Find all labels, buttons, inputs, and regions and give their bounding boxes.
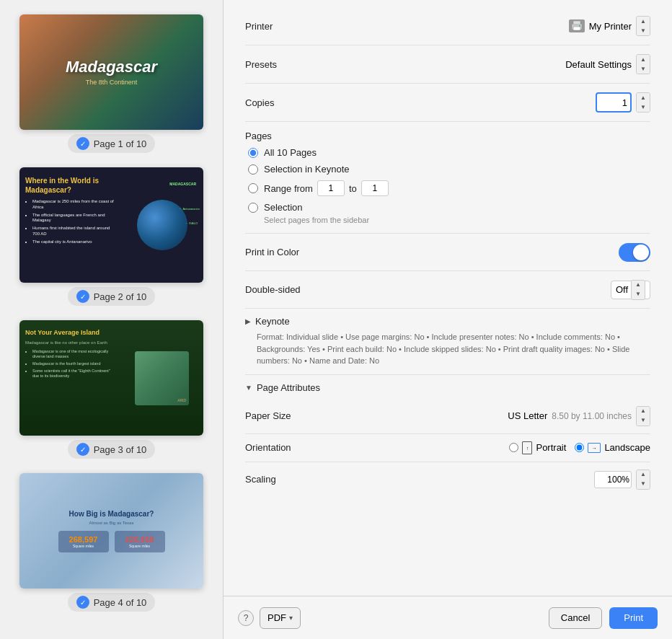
scaling-stepper-down[interactable]: ▼: [637, 480, 650, 489]
copies-label: Copies: [245, 97, 303, 108]
slide-panel: Madagascar The 8th Continent ✓ Page 1 of…: [0, 0, 224, 639]
printer-stepper-down[interactable]: ▼: [637, 26, 650, 35]
presets-stepper-down[interactable]: ▼: [637, 64, 650, 74]
copies-stepper[interactable]: ▲ ▼: [636, 92, 650, 113]
slide-label-1: Page 1 of 10: [94, 138, 147, 149]
checkmark-icon-1: ✓: [76, 137, 89, 150]
pages-selection-keynote-radio[interactable]: [248, 164, 258, 175]
range-to-input[interactable]: [361, 180, 389, 196]
printer-value-group: My Printer ▲ ▼: [569, 16, 650, 36]
paper-size-value: US Letter: [508, 410, 547, 421]
portrait-radio[interactable]: [509, 443, 518, 452]
slide2-title: Where in the World is Madagascar?: [25, 176, 115, 195]
bottom-left: ? PDF ▾: [238, 607, 301, 629]
slide-item-4[interactable]: How Big is Madagascar? Almost as Big as …: [16, 473, 207, 612]
pdf-label: PDF: [268, 612, 286, 623]
copies-value-group: ▲ ▼: [596, 92, 650, 113]
pages-selection-option[interactable]: Selection: [248, 202, 650, 213]
pages-selection-keynote-option[interactable]: Selection in Keynote: [248, 164, 650, 175]
printer-stepper-up[interactable]: ▲: [637, 17, 650, 26]
pdf-chevron-icon: ▾: [289, 614, 293, 622]
pdf-dropdown[interactable]: PDF ▾: [260, 607, 301, 629]
help-button[interactable]: ?: [238, 610, 254, 626]
cancel-button[interactable]: Cancel: [549, 607, 602, 629]
double-sided-select[interactable]: Off ▲ ▼: [611, 281, 650, 299]
checkmark-icon-3: ✓: [76, 443, 89, 456]
range-to-label: to: [349, 183, 357, 194]
page-attributes-section: ▼ Page Attributes Paper Size US Letter 8…: [245, 375, 650, 504]
printer-stepper[interactable]: ▲ ▼: [636, 16, 650, 36]
svg-rect-2: [573, 27, 580, 30]
scaling-stepper-up[interactable]: ▲: [637, 470, 650, 480]
slide-badge-3: ✓ Page 3 of 10: [68, 440, 156, 459]
double-sided-stepper[interactable]: ▲ ▼: [631, 280, 645, 300]
copies-stepper-down[interactable]: ▼: [637, 102, 650, 112]
printer-icon: [569, 19, 585, 32]
presets-stepper-up[interactable]: ▲: [637, 55, 650, 64]
slide-label-2: Page 2 of 10: [94, 291, 147, 302]
pages-selection-label: Selection: [264, 202, 302, 213]
presets-row: Presets Default Settings ▲ ▼: [245, 45, 650, 84]
slide-badge-4: ✓ Page 4 of 10: [68, 593, 156, 612]
slide3-title: Not Your Average Island: [25, 329, 115, 338]
scaling-row: Scaling ▲ ▼: [245, 462, 650, 497]
slide-item-3[interactable]: Not Your Average Island Madagascar is li…: [16, 320, 207, 459]
range-from-label: Range from: [264, 183, 313, 194]
portrait-icon: ↑: [522, 441, 532, 454]
paper-size-value-group: US Letter 8.50 by 11.00 inches ▲ ▼: [508, 406, 650, 426]
slide3-bullets: Madagascar is one of the most ecological…: [25, 349, 115, 379]
scaling-stepper[interactable]: ▲ ▼: [636, 470, 650, 490]
scaling-input[interactable]: [594, 471, 632, 488]
landscape-radio[interactable]: [575, 443, 584, 452]
copies-input[interactable]: [596, 92, 632, 113]
print-color-toggle[interactable]: [619, 243, 650, 262]
selection-hint: Select pages from the sidebar: [264, 216, 650, 224]
pages-all-option[interactable]: All 10 Pages: [248, 147, 650, 158]
slide-item-1[interactable]: Madagascar The 8th Continent ✓ Page 1 of…: [16, 14, 207, 153]
svg-rect-1: [573, 21, 580, 25]
range-from-input[interactable]: [317, 180, 345, 196]
slide-thumbnail-3: Not Your Average Island Madagascar is li…: [19, 320, 203, 436]
print-color-row: Print in Color: [245, 234, 650, 271]
slide1-subtitle: The 8th Continent: [86, 79, 138, 86]
double-sided-stepper-up[interactable]: ▲: [632, 281, 645, 290]
presets-value: Default Settings: [565, 59, 632, 70]
pages-selection-radio[interactable]: [248, 203, 258, 213]
print-button[interactable]: Print: [609, 607, 658, 629]
slide-item-2[interactable]: Where in the World is Madagascar? Madaga…: [16, 167, 207, 306]
keynote-disclosure-header[interactable]: ▶ Keynote: [245, 316, 650, 327]
paper-size-stepper-down[interactable]: ▼: [637, 416, 650, 426]
copies-stepper-up[interactable]: ▲: [637, 93, 650, 102]
orientation-label: Orientation: [245, 442, 291, 453]
slide-badge-2: ✓ Page 2 of 10: [68, 287, 156, 306]
double-sided-stepper-down[interactable]: ▼: [632, 290, 645, 299]
printer-name: My Printer: [589, 21, 632, 32]
bottom-bar: ? PDF ▾ Cancel Print: [224, 596, 672, 639]
keynote-section: ▶ Keynote Format: Individual slide • Use…: [245, 309, 650, 375]
paper-size-stepper-up[interactable]: ▲: [637, 407, 650, 416]
pages-range-radio[interactable]: [248, 183, 258, 193]
portrait-option[interactable]: ↑ Portrait: [509, 441, 566, 454]
presets-stepper[interactable]: ▲ ▼: [636, 54, 650, 74]
scaling-label: Scaling: [245, 474, 276, 485]
slide3-subtitle: Madagascar is like no other place on Ear…: [25, 340, 115, 345]
pages-all-label: All 10 Pages: [264, 147, 317, 158]
printer-row: Printer My Printer ▲ ▼: [245, 7, 650, 45]
landscape-option[interactable]: → Landscape: [575, 442, 650, 453]
print-dialog: Printer My Printer ▲ ▼ Pre: [224, 0, 672, 639]
pages-all-radio[interactable]: [248, 148, 258, 158]
slide3-image: ARID: [135, 351, 189, 405]
paper-size-stepper[interactable]: ▲ ▼: [636, 406, 650, 426]
bottom-right: Cancel Print: [549, 607, 658, 629]
slide-label-4: Page 4 of 10: [94, 597, 147, 608]
slide-label-3: Page 3 of 10: [94, 444, 147, 455]
paper-size-dims: 8.50 by 11.00 inches: [552, 411, 632, 421]
double-sided-row: Double-sided Off ▲ ▼: [245, 271, 650, 309]
stat1-number: 268,597: [64, 535, 103, 544]
checkmark-icon-4: ✓: [76, 596, 89, 609]
range-inputs: Range from to: [264, 180, 389, 196]
pages-section: Pages All 10 Pages Selection in Keynote …: [245, 122, 650, 234]
page-attributes-header[interactable]: ▼ Page Attributes: [245, 382, 650, 393]
keynote-title: Keynote: [255, 316, 290, 327]
slide-thumbnail-4: How Big is Madagascar? Almost as Big as …: [19, 473, 203, 589]
